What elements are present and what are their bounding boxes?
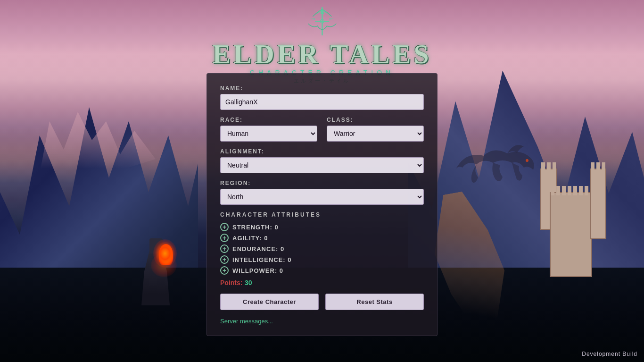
class-select[interactable]: Warrior Mage Rogue Paladin Ranger: [327, 126, 424, 142]
region-row: REGION: North South East West Central: [220, 180, 424, 205]
character-figure: [139, 211, 177, 305]
race-select[interactable]: Human Elf Dwarf Halfling: [220, 126, 317, 142]
points-row: Points: 30: [220, 278, 424, 287]
attributes-header: CHARACTER ATTRIBUTES: [220, 211, 424, 218]
class-label: CLASS:: [327, 117, 424, 123]
agility-text: AGILITY: 0: [232, 235, 268, 242]
strength-text: STRENGTH: 0: [232, 224, 279, 231]
alignment-select[interactable]: Lawful Good Neutral Good Chaotic Good La…: [220, 157, 424, 173]
logo-sword-icon: [298, 5, 346, 42]
endurance-text: ENDURANCE: 0: [232, 245, 284, 253]
race-col: RACE: Human Elf Dwarf Halfling: [220, 117, 317, 142]
svg-point-0: [526, 159, 528, 162]
battlements-main: [551, 186, 591, 195]
game-title: ELDER TALES: [212, 41, 431, 68]
battlements-left: [541, 162, 556, 172]
dragon-silhouette: [446, 132, 540, 208]
points-value: 30: [245, 279, 252, 286]
dev-build-label: Development Build: [582, 351, 637, 357]
server-messages-link[interactable]: Server messages...: [220, 318, 273, 325]
character-creation-panel: NAME: RACE: Human Elf Dwarf Halfling CLA…: [206, 73, 438, 336]
battlements-right: [591, 162, 605, 172]
willpower-plus-icon[interactable]: +: [220, 266, 229, 275]
race-class-row: RACE: Human Elf Dwarf Halfling CLASS: Wa…: [220, 117, 424, 142]
alignment-row: ALIGNMENT: Lawful Good Neutral Good Chao…: [220, 148, 424, 173]
region-select[interactable]: North South East West Central: [220, 189, 424, 205]
name-label: NAME:: [220, 85, 424, 92]
attribute-row-endurance: + ENDURANCE: 0: [220, 244, 424, 253]
create-character-button[interactable]: Create Character: [220, 294, 319, 310]
castle-tower-right: [590, 168, 606, 239]
castle: [540, 159, 606, 277]
fire-glow: [153, 239, 177, 268]
class-col: CLASS: Warrior Mage Rogue Paladin Ranger: [327, 117, 424, 142]
action-buttons: Create Character Reset Stats: [220, 294, 424, 310]
willpower-text: WILLPOWER: 0: [232, 267, 283, 274]
intelligence-text: INTELLIGENCE: 0: [232, 256, 292, 263]
attribute-row-strength: + STRENGTH: 0: [220, 223, 424, 231]
intelligence-plus-icon[interactable]: +: [220, 255, 229, 264]
attribute-row-intelligence: + INTELLIGENCE: 0: [220, 255, 424, 264]
logo-container: ELDER TALES CHARACTER CREATION エルダー・テイル: [212, 5, 431, 84]
strength-plus-icon[interactable]: +: [220, 223, 229, 231]
race-label: RACE:: [220, 117, 317, 123]
castle-main: [550, 192, 592, 277]
region-label: REGION:: [220, 180, 424, 186]
agility-plus-icon[interactable]: +: [220, 234, 229, 242]
attribute-row-willpower: + WILLPOWER: 0: [220, 266, 424, 275]
endurance-plus-icon[interactable]: +: [220, 244, 229, 253]
points-label: Points:: [220, 279, 242, 286]
attribute-row-agility: + AGILITY: 0: [220, 234, 424, 242]
alignment-label: ALIGNMENT:: [220, 148, 424, 155]
reset-stats-button[interactable]: Reset Stats: [325, 294, 424, 310]
name-input[interactable]: [220, 94, 424, 110]
